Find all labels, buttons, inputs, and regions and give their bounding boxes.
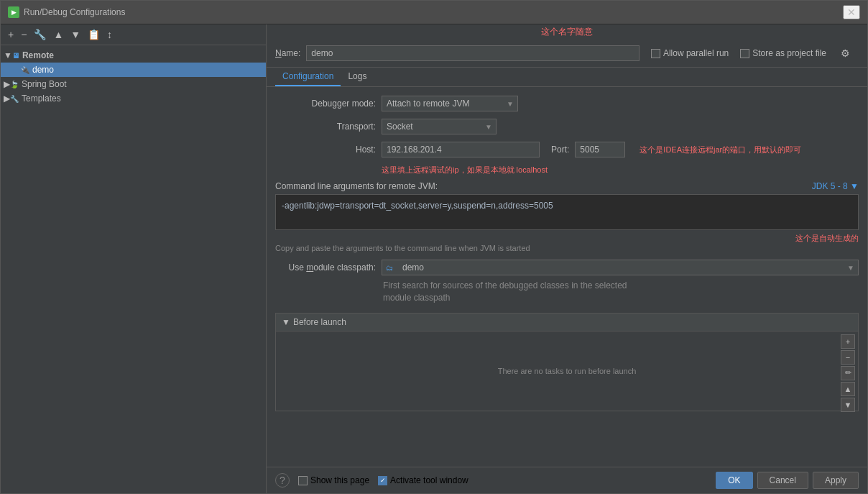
cancel-button[interactable]: Cancel <box>757 472 808 489</box>
cmd-section: Command line arguments for remote JVM: J… <box>275 181 859 252</box>
remote-chevron: ▼ <box>4 50 12 60</box>
dialog-title: Run/Debug Configurations <box>24 7 125 17</box>
cmd-header: Command line arguments for remote JVM: J… <box>275 181 859 191</box>
cmd-box: -agentlib:jdwp=transport=dt_socket,serve… <box>275 194 859 230</box>
bottom-right: OK Cancel Apply <box>716 472 859 489</box>
templates-label: Templates <box>22 93 61 104</box>
remote-group-label: Remote <box>22 50 54 60</box>
host-port-row: Host: Port: 这个是IDEA连接远程jar的端口，用默认的即可 <box>275 142 859 157</box>
tab-configuration[interactable]: Configuration <box>275 68 341 86</box>
title-bar: ▶ Run/Debug Configurations ✕ <box>1 1 867 24</box>
spring-icon: 🍃 <box>10 81 19 88</box>
main-content: + − 🔧 ▲ ▼ 📋 ↕ ▼ 🖥 Remote 🔌 demo <box>1 24 867 493</box>
show-page-text: Show this page <box>310 475 369 485</box>
remove-task-button[interactable]: − <box>841 350 855 365</box>
cmd-annotation-row: 这个是自动生成的 <box>275 233 859 244</box>
edit-button[interactable]: 🔧 <box>31 27 49 42</box>
host-annotation: 这里填上远程调试的ip，如果是本地就 localhost <box>382 165 548 174</box>
edit-task-button[interactable]: ✏ <box>841 366 855 380</box>
cmd-value: -agentlib:jdwp=transport=dt_socket,serve… <box>282 201 553 211</box>
port-input[interactable] <box>575 142 625 157</box>
top-options: Allow parallel run Store as project file… <box>645 46 859 60</box>
module-select-container: 🗂 demo ▼ <box>382 260 859 275</box>
copy-button[interactable]: 📋 <box>85 27 103 42</box>
module-select[interactable]: demo <box>382 260 859 275</box>
before-launch-section: ▼ Before launch There are no tasks to ru… <box>275 313 859 411</box>
bottom-left: ? Show this page ✓ Activate tool window <box>275 473 468 488</box>
run-icon: ▶ <box>8 6 19 18</box>
config-tabs: Configuration Logs <box>267 68 867 87</box>
cmd-annotation: 这个是自动生成的 <box>795 233 859 244</box>
ok-button[interactable]: OK <box>716 472 752 489</box>
remove-button[interactable]: − <box>18 27 29 42</box>
module-classpath-label: Use module classpath: <box>275 262 376 273</box>
store-project-checkbox[interactable] <box>740 49 749 58</box>
host-label: Host: <box>275 145 376 155</box>
name-input[interactable] <box>306 45 640 61</box>
tab-logs[interactable]: Logs <box>341 68 374 86</box>
left-panel: + − 🔧 ▲ ▼ 📋 ↕ ▼ 🖥 Remote 🔌 demo <box>1 24 267 493</box>
task-down-button[interactable]: ▼ <box>841 398 855 412</box>
store-project-text: Store as project file <box>752 48 826 58</box>
help-button[interactable]: ? <box>275 473 290 488</box>
move-down-button[interactable]: ▼ <box>68 27 83 42</box>
activate-tool-label[interactable]: ✓ Activate tool window <box>378 475 468 485</box>
host-annotation-row: 这里填上远程调试的ip，如果是本地就 localhost <box>275 165 859 175</box>
debugger-mode-label: Debugger mode: <box>275 99 376 109</box>
module-hint1: First search for sources of the debugged… <box>383 280 627 291</box>
templates-group[interactable]: ▶ 🔧 Templates <box>1 91 266 106</box>
show-page-checkbox[interactable] <box>298 476 308 485</box>
spring-chevron: ▶ <box>4 79 10 89</box>
module-row: Use module classpath: 🗂 demo ▼ <box>275 260 859 275</box>
config-area: Debugger mode: Attach to remote JVM List… <box>267 87 867 467</box>
templates-chevron: ▶ <box>4 93 10 104</box>
before-launch-tools: + − ✏ ▲ ▼ <box>841 334 855 412</box>
templates-icon: 🔧 <box>10 95 19 103</box>
activate-tool-text: Activate tool window <box>390 475 468 485</box>
demo-item[interactable]: 🔌 demo <box>1 63 266 77</box>
remote-group-icon: 🖥 <box>12 52 19 60</box>
add-button[interactable]: + <box>5 27 17 42</box>
port-label: Port: <box>551 145 569 155</box>
activate-tool-checkbox[interactable]: ✓ <box>378 476 387 485</box>
tree-area: ▼ 🖥 Remote 🔌 demo ▶ 🍃 Spring Boot ▶ <box>1 45 266 493</box>
cmd-label: Command line arguments for remote JVM: <box>275 181 438 191</box>
transport-select-container: Socket Shared memory ▼ <box>382 119 497 134</box>
close-button[interactable]: ✕ <box>843 5 860 19</box>
debugger-mode-select-container: Attach to remote JVM Listen to remote JV… <box>382 96 518 111</box>
before-launch-header[interactable]: ▼ Before launch <box>276 314 858 331</box>
show-page-label[interactable]: Show this page <box>298 475 369 485</box>
store-project-label[interactable]: Store as project file <box>740 48 826 58</box>
host-input[interactable] <box>382 142 540 157</box>
move-up-button[interactable]: ▲ <box>50 27 66 42</box>
left-toolbar: + − 🔧 ▲ ▼ 📋 ↕ <box>1 24 266 45</box>
bottom-bar: ? Show this page ✓ Activate tool window … <box>267 467 867 493</box>
right-panel: 这个名字随意 Name: Allow parallel run Store as… <box>267 24 867 493</box>
module-hint: First search for sources of the debugged… <box>275 280 859 304</box>
allow-parallel-checkbox[interactable] <box>651 49 660 58</box>
allow-parallel-text: Allow parallel run <box>663 48 729 58</box>
cmd-hint: Copy and paste the arguments to the comm… <box>275 244 859 252</box>
sort-button[interactable]: ↕ <box>104 27 115 42</box>
apply-button[interactable]: Apply <box>813 472 859 489</box>
name-bar: Name: Allow parallel run Store as projec… <box>267 40 867 68</box>
run-debug-dialog: ▶ Run/Debug Configurations ✕ + − 🔧 ▲ ▼ 📋… <box>0 0 868 494</box>
title-bar-left: ▶ Run/Debug Configurations <box>8 6 125 18</box>
before-launch-chevron: ▼ <box>282 317 290 327</box>
add-task-button[interactable]: + <box>841 334 855 349</box>
name-label: Name: <box>275 48 300 58</box>
jdk-range[interactable]: JDK 5 - 8 ▼ <box>812 181 859 191</box>
before-launch-label: Before launch <box>293 317 346 327</box>
port-annotation: 这个是IDEA连接远程jar的端口，用默认的即可 <box>640 145 801 155</box>
settings-icon[interactable]: ⚙ <box>838 46 853 60</box>
spring-boot-label: Spring Boot <box>22 79 67 89</box>
demo-icon: 🔌 <box>21 66 29 74</box>
debugger-mode-select[interactable]: Attach to remote JVM Listen to remote JV… <box>382 96 518 111</box>
task-up-button[interactable]: ▲ <box>841 382 855 396</box>
before-launch-body: There are no tasks to run before launch … <box>276 331 858 411</box>
before-launch-hint: There are no tasks to run before launch <box>498 367 637 375</box>
remote-group-header[interactable]: ▼ 🖥 Remote <box>1 48 266 63</box>
allow-parallel-label[interactable]: Allow parallel run <box>651 48 729 58</box>
transport-select[interactable]: Socket Shared memory <box>382 119 497 134</box>
spring-boot-group[interactable]: ▶ 🍃 Spring Boot <box>1 77 266 91</box>
